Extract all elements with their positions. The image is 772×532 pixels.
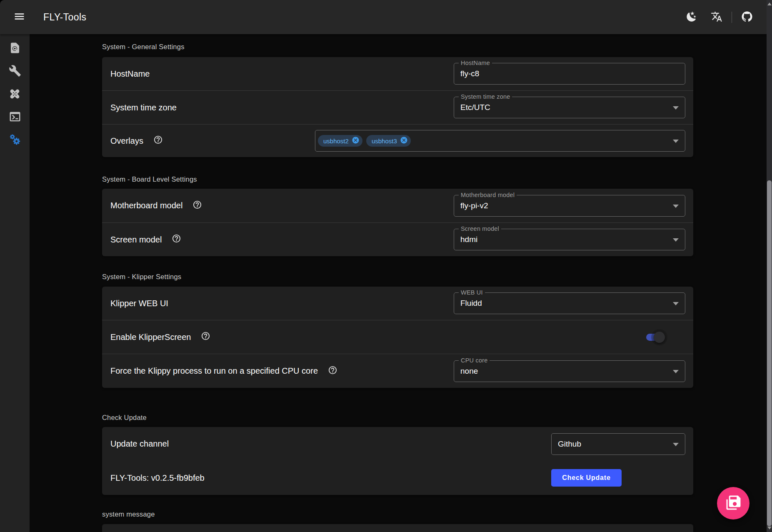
moon-stars-icon: [686, 11, 697, 24]
row-update-channel: Update channel Github: [102, 427, 693, 461]
github-icon: [741, 10, 753, 24]
menu-down-icon: [673, 140, 679, 143]
overlay-chip-usbhost2[interactable]: usbhost2: [318, 135, 362, 147]
card-system-message: [102, 524, 693, 532]
section-title-general: System - General Settings: [102, 43, 185, 51]
card-klipper-settings: Klipper WEB UI WEB UI Fluidd Enable Klip…: [102, 287, 693, 388]
screen-model-select[interactable]: Screen model hdmi: [454, 229, 685, 250]
section-title-klipper: System - Klipper Settings: [102, 273, 181, 281]
webui-value: Fluidd: [460, 299, 482, 308]
sidebar-item-bandage[interactable]: [0, 83, 30, 106]
console-icon: [9, 110, 21, 124]
sidebar-item-console[interactable]: [0, 106, 30, 129]
scroll-up-arrow[interactable]: [767, 2, 772, 5]
menu-down-icon: [673, 205, 679, 208]
scrollbar-thumb[interactable]: [767, 180, 772, 526]
version-text: FLY-Tools: v0.2.5-fb9bfeb: [110, 473, 205, 483]
cpu-core-field-label: CPU core: [459, 357, 490, 364]
hostname-value: fly-c8: [460, 69, 479, 78]
hostname-label: HostName: [110, 69, 150, 79]
hostname-field-label: HostName: [459, 60, 492, 66]
card-general-settings: HostName HostName fly-c8 System time zon…: [102, 57, 693, 157]
cpu-core-value: none: [460, 367, 478, 376]
overlay-chip-usbhost3[interactable]: usbhost3: [366, 135, 411, 147]
appbar-divider: [732, 12, 732, 23]
sidebar-item-file-find[interactable]: [0, 37, 30, 60]
row-motherboard: Motherboard model Motherboard model fly-…: [102, 189, 693, 222]
overlays-combobox[interactable]: usbhost2 usbhost3: [315, 130, 685, 152]
menu-down-icon: [673, 370, 679, 373]
card-board-settings: Motherboard model Motherboard model fly-…: [102, 189, 693, 256]
update-channel-value: Github: [558, 440, 581, 449]
translate-button[interactable]: [707, 7, 727, 27]
webui-select[interactable]: WEB UI Fluidd: [454, 292, 685, 314]
app-window: FLY-Tools: [0, 0, 772, 532]
cpu-core-label: Force the Klippy process to run on a spe…: [110, 366, 318, 376]
menu-button[interactable]: [9, 7, 29, 27]
menu-down-icon: [673, 443, 679, 446]
hostname-input[interactable]: HostName fly-c8: [454, 63, 685, 85]
chip-label: usbhost3: [372, 137, 397, 145]
motherboard-field-label: Motherboard model: [459, 192, 517, 198]
row-klipperscreen: Enable KlipperScreen: [102, 320, 693, 354]
menu-icon: [13, 10, 25, 24]
screen-model-label: Screen model: [110, 235, 162, 245]
menu-down-icon: [673, 238, 679, 242]
save-all-fab[interactable]: [717, 487, 750, 520]
timezone-value: Etc/UTC: [460, 103, 490, 112]
translate-icon: [711, 11, 722, 24]
help-circle-icon[interactable]: [201, 331, 210, 343]
motherboard-select[interactable]: Motherboard model fly-pi-v2: [454, 195, 685, 217]
appbar-actions: [682, 0, 757, 34]
scrollbar[interactable]: [767, 0, 772, 532]
webui-field-label: WEB UI: [459, 289, 485, 296]
screen-model-value: hdmi: [460, 235, 477, 244]
row-timezone: System time zone System time zone Etc/UT…: [102, 91, 693, 124]
screen-model-field-label: Screen model: [459, 225, 501, 232]
file-find-icon: [9, 42, 21, 55]
section-title-update: Check Update: [102, 414, 147, 422]
sidebar-item-wrench[interactable]: [0, 60, 30, 83]
scroll-down-arrow[interactable]: [767, 527, 772, 530]
close-circle-icon[interactable]: [400, 136, 408, 145]
help-circle-icon[interactable]: [172, 234, 181, 245]
section-title-system-message: system message: [102, 510, 155, 518]
cogs-icon: [8, 133, 22, 147]
sidebar-item-system-settings[interactable]: [0, 129, 30, 152]
row-webui: Klipper WEB UI WEB UI Fluidd: [102, 287, 693, 320]
row-cpu-core: Force the Klippy process to run on a spe…: [102, 354, 693, 388]
section-title-board: System - Board Level Settings: [102, 175, 197, 183]
update-channel-select[interactable]: Github: [551, 433, 685, 455]
cpu-core-select[interactable]: CPU core none: [454, 360, 685, 382]
overlay-chips: usbhost2 usbhost3: [318, 135, 411, 147]
app-title: FLY-Tools: [43, 12, 86, 23]
timezone-select[interactable]: System time zone Etc/UTC: [454, 97, 685, 118]
help-circle-icon[interactable]: [192, 200, 202, 212]
timezone-field-label: System time zone: [459, 93, 512, 100]
klipperscreen-label: Enable KlipperScreen: [110, 332, 191, 342]
github-button[interactable]: [737, 7, 757, 27]
row-screen-model: Screen model Screen model hdmi: [102, 223, 693, 256]
help-circle-icon[interactable]: [153, 135, 163, 147]
klipperscreen-toggle[interactable]: [646, 334, 664, 341]
check-update-button[interactable]: Check Update: [551, 469, 622, 487]
row-version: FLY-Tools: v0.2.5-fb9bfeb Check Update: [102, 461, 693, 495]
card-check-update: Update channel Github FLY-Tools: v0.2.5-…: [102, 427, 693, 495]
dark-mode-button[interactable]: [682, 7, 702, 27]
wrench-icon: [9, 65, 21, 78]
row-hostname: HostName HostName fly-c8: [102, 57, 693, 90]
main-content: System - General Settings HostName HostN…: [30, 34, 772, 532]
toggle-thumb: [654, 332, 665, 343]
menu-down-icon: [673, 302, 679, 305]
webui-label: Klipper WEB UI: [110, 299, 168, 308]
close-circle-icon[interactable]: [352, 136, 360, 145]
chip-label: usbhost2: [323, 137, 349, 145]
menu-down-icon: [673, 106, 679, 110]
timezone-label: System time zone: [110, 103, 177, 112]
save-all-icon: [726, 495, 741, 512]
update-channel-label: Update channel: [110, 439, 169, 449]
motherboard-label: Motherboard model: [110, 201, 182, 210]
appbar: FLY-Tools: [0, 0, 772, 34]
bandage-icon: [8, 87, 21, 102]
help-circle-icon[interactable]: [328, 365, 337, 377]
